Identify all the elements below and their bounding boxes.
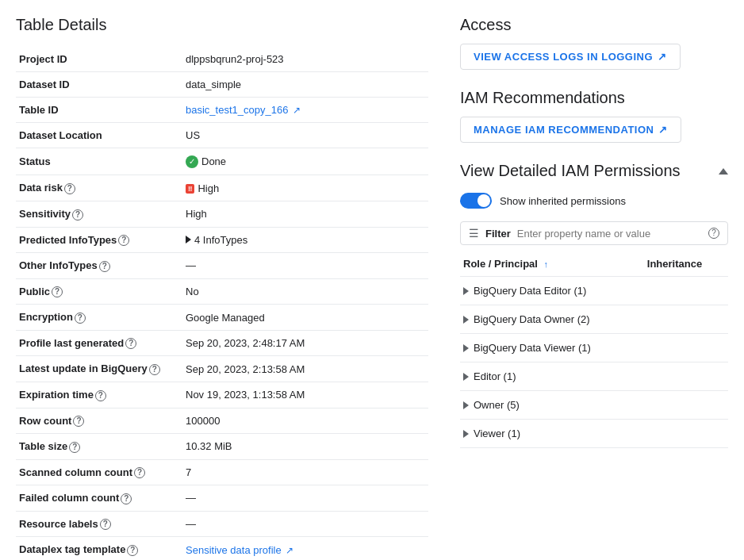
details-row: Scanned column count?7 [16, 459, 428, 485]
help-icon[interactable]: ? [125, 338, 136, 349]
status-text: Done [201, 155, 226, 167]
details-label: Scanned column count? [16, 459, 182, 485]
details-row: Resource labels?— [16, 511, 428, 537]
permission-row: Owner (5) [460, 391, 728, 420]
inherited-permissions-toggle[interactable] [460, 193, 492, 209]
details-row: Dataset IDdata_simple [16, 72, 428, 98]
collapse-permissions-icon[interactable] [719, 168, 728, 175]
details-row: Expiration time?Nov 19, 2023, 1:13:58 AM [16, 382, 428, 408]
help-icon[interactable]: ? [95, 390, 106, 401]
details-label: Latest update in BigQuery? [16, 356, 182, 382]
filter-bar: ☰ Filter ? [460, 221, 728, 245]
role-name: BigQuery Data Viewer (1) [474, 342, 591, 354]
expand-triangle-icon[interactable] [463, 344, 469, 352]
toggle-label: Show inherited permissions [500, 195, 626, 207]
risk-high: ‼ High [186, 182, 219, 194]
help-icon[interactable]: ? [100, 519, 111, 530]
details-label: Data risk? [16, 175, 182, 201]
details-value: 7 [182, 459, 428, 485]
filter-help-icon[interactable]: ? [708, 228, 719, 239]
inheritance-cell [644, 334, 728, 362]
details-label: Dataset Location [16, 123, 182, 148]
permissions-header: View Detailed IAM Permissions [460, 162, 728, 180]
table-details-title: Table Details [16, 16, 428, 34]
help-icon[interactable]: ? [64, 183, 75, 194]
risk-icon: ‼ [186, 184, 194, 194]
infotypes-text: 4 InfoTypes [194, 234, 247, 246]
details-row: Status ✓ Done [16, 148, 428, 175]
permission-row: BigQuery Data Owner (2) [460, 305, 728, 334]
details-row: Table IDbasic_test1_copy_166 ↗ [16, 98, 428, 123]
role-row: BigQuery Data Editor (1) [463, 285, 641, 297]
link-value[interactable]: basic_test1_copy_166 ↗ [186, 104, 301, 116]
details-value: ✓ Done [182, 148, 428, 175]
details-label: Resource labels? [16, 511, 182, 537]
external-icon: ↗ [293, 105, 301, 116]
details-value: 100000 [182, 408, 428, 434]
details-value: High [182, 201, 428, 228]
sort-icon[interactable]: ↑ [544, 259, 549, 269]
details-value: US [182, 123, 428, 148]
permissions-title: View Detailed IAM Permissions [460, 162, 681, 180]
help-icon[interactable]: ? [149, 364, 160, 375]
details-row: Row count?100000 [16, 408, 428, 434]
help-icon[interactable]: ? [99, 261, 110, 272]
details-label: Sensitivity? [16, 201, 182, 228]
status-done: ✓ Done [186, 155, 226, 168]
help-icon[interactable]: ? [73, 416, 84, 427]
details-row: Sensitivity?High [16, 201, 428, 228]
manage-iam-label: MANAGE IAM RECOMMENDATION [474, 124, 654, 136]
inheritance-cell [644, 305, 728, 334]
permission-row: Editor (1) [460, 362, 728, 391]
view-access-logs-button[interactable]: VIEW ACCESS LOGS IN LOGGING ↗ [460, 44, 681, 70]
help-icon[interactable]: ? [118, 235, 129, 246]
help-icon[interactable]: ? [127, 545, 138, 556]
role-cell: Editor (1) [460, 362, 644, 391]
details-row: Latest update in BigQuery?Sep 20, 2023, … [16, 356, 428, 382]
filter-input[interactable] [517, 228, 702, 240]
expand-triangle-icon[interactable] [463, 373, 469, 381]
toggle-thumb [477, 194, 490, 207]
details-row: Encryption?Google Managed [16, 305, 428, 331]
expand-triangle-icon[interactable] [463, 316, 469, 324]
role-name: BigQuery Data Editor (1) [474, 285, 586, 297]
toggle-track [460, 193, 492, 209]
expand-triangle-icon[interactable] [463, 287, 469, 295]
permissions-header-row: Role / Principal ↑ Inheritance [460, 251, 728, 277]
help-icon[interactable]: ? [52, 286, 63, 297]
expand-triangle-icon[interactable] [463, 430, 469, 438]
details-value: Sensitive data profile ↗ [182, 537, 428, 560]
role-cell: BigQuery Data Owner (2) [460, 305, 644, 334]
help-icon[interactable]: ? [69, 442, 80, 453]
details-label: Dataset ID [16, 72, 182, 98]
expand-icon [186, 236, 191, 244]
filter-label-text: Filter [485, 228, 511, 240]
manage-iam-button[interactable]: MANAGE IAM RECOMMENDATION ↗ [460, 117, 681, 143]
details-value: Nov 19, 2023, 1:13:58 AM [182, 382, 428, 408]
role-name: Editor (1) [474, 370, 516, 382]
inheritance-cell [644, 277, 728, 305]
details-label: Encryption? [16, 305, 182, 331]
role-row: Owner (5) [463, 399, 641, 411]
role-name: Viewer (1) [474, 428, 520, 439]
role-cell: BigQuery Data Editor (1) [460, 277, 644, 305]
help-icon[interactable]: ? [72, 209, 83, 221]
help-icon[interactable]: ? [75, 313, 86, 324]
details-row: Dataplex tag template?Sensitive data pro… [16, 537, 428, 560]
view-access-logs-label: VIEW ACCESS LOGS IN LOGGING [474, 51, 653, 63]
link-value[interactable]: Sensitive data profile ↗ [186, 544, 293, 556]
role-name: Owner (5) [474, 399, 520, 411]
role-row: BigQuery Data Owner (2) [463, 313, 641, 325]
details-row: Failed column count?— [16, 485, 428, 512]
external-link-icon: ↗ [658, 124, 668, 136]
col-inheritance: Inheritance [644, 251, 728, 277]
help-icon[interactable]: ? [134, 467, 145, 478]
details-value: — [182, 511, 428, 537]
help-icon[interactable]: ? [121, 493, 132, 504]
details-row: Table size?10.32 MiB [16, 434, 428, 460]
inheritance-cell [644, 391, 728, 420]
infotypes-button[interactable]: 4 InfoTypes [186, 234, 247, 246]
permission-row: Viewer (1) [460, 420, 728, 448]
expand-triangle-icon[interactable] [463, 401, 469, 409]
access-section: Access VIEW ACCESS LOGS IN LOGGING ↗ [460, 16, 728, 70]
